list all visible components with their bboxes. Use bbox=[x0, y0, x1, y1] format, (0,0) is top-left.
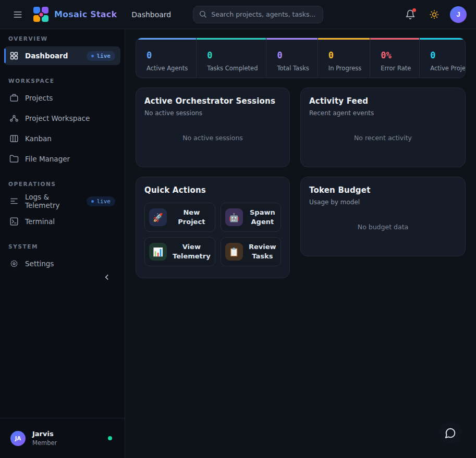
stat-value: 0 bbox=[430, 51, 466, 60]
stat-label: Active Agents bbox=[147, 65, 188, 72]
search-input[interactable] bbox=[193, 6, 323, 23]
sidebar-item-logs-telemetry[interactable]: Logs & Telemetry live bbox=[4, 192, 120, 211]
action-label: New Project bbox=[173, 208, 211, 226]
empty-state-text: No active sessions bbox=[144, 117, 281, 158]
activity-feed-card: Activity Feed Recent agent events No rec… bbox=[300, 88, 466, 167]
stat-accent-strip bbox=[370, 38, 419, 40]
stat-tasks-completed: 0 Tasks Completed bbox=[196, 38, 266, 78]
briefcase-icon bbox=[9, 93, 19, 103]
new-project-button[interactable]: 🚀 New Project bbox=[144, 203, 215, 232]
action-label: View Telemetry bbox=[173, 242, 211, 261]
stat-active-projects: 0 Active Projects bbox=[419, 38, 466, 78]
card-title: Quick Actions bbox=[144, 185, 281, 195]
stat-total-tasks: 0 Total Tasks bbox=[266, 38, 317, 78]
sidebar-item-label: Dashboard bbox=[25, 52, 68, 60]
chat-bubble-icon bbox=[445, 427, 456, 439]
stats-row: 0 Active Agents 0 Tasks Completed 0 Tota… bbox=[136, 38, 466, 78]
user-profile[interactable]: JA Jarvis Member bbox=[0, 418, 125, 458]
notification-badge bbox=[412, 8, 416, 12]
folder-icon bbox=[9, 154, 19, 164]
view-telemetry-button[interactable]: 📊 View Telemetry bbox=[144, 237, 215, 266]
stat-accent-strip bbox=[266, 38, 317, 40]
sidebar-item-file-manager[interactable]: File Manager bbox=[4, 150, 120, 168]
user-avatar: JA bbox=[10, 431, 26, 446]
live-badge: live bbox=[87, 51, 116, 61]
sidebar-item-label: Projects bbox=[25, 94, 53, 102]
rocket-icon: 🚀 bbox=[149, 208, 167, 226]
token-budget-card: Token Budget Usage by model No budget da… bbox=[300, 177, 466, 256]
sidebar-item-settings[interactable]: Settings bbox=[4, 254, 120, 273]
online-status-dot bbox=[108, 436, 112, 440]
theme-toggle-button[interactable] bbox=[426, 6, 443, 23]
live-badge: live bbox=[87, 196, 116, 206]
card-title: Token Budget bbox=[309, 185, 457, 195]
sidebar-item-label: Project Workspace bbox=[25, 114, 90, 122]
global-search bbox=[193, 6, 323, 23]
sidebar-item-label: Settings bbox=[25, 259, 54, 268]
header-actions: J bbox=[402, 6, 467, 23]
stat-label: Total Tasks bbox=[277, 65, 309, 72]
sidebar-item-project-workspace[interactable]: Project Workspace bbox=[4, 109, 120, 128]
spawn-agent-button[interactable]: 🤖 Spawn Agent bbox=[221, 203, 281, 232]
sidebar-item-kanban[interactable]: Kanban bbox=[4, 129, 120, 148]
sidebar-item-label: Kanban bbox=[25, 134, 52, 143]
stat-value: 0 bbox=[147, 51, 188, 60]
sidebar-collapse-button[interactable] bbox=[101, 271, 113, 283]
terminal-icon bbox=[9, 217, 19, 226]
sidebar-item-label: File Manager bbox=[25, 155, 70, 163]
stat-in-progress: 0 In Progress bbox=[318, 38, 370, 78]
logs-icon bbox=[9, 196, 19, 206]
action-label: Spawn Agent bbox=[249, 208, 276, 226]
page-title: Dashboard bbox=[131, 10, 171, 19]
user-name: Jarvis bbox=[32, 430, 57, 438]
stat-value: 0 bbox=[328, 51, 361, 60]
section-operations: Operations bbox=[8, 181, 116, 187]
quick-actions-card: Quick Actions 🚀 New Project 🤖 Spawn Agen… bbox=[136, 177, 290, 278]
stat-error-rate: 0% Error Rate bbox=[370, 38, 419, 78]
stat-active-agents: 0 Active Agents bbox=[136, 38, 196, 78]
section-workspace: Workspace bbox=[8, 78, 116, 84]
sessions-card: Active Orchestrator Sessions No active s… bbox=[136, 88, 290, 167]
stat-accent-strip bbox=[197, 38, 266, 40]
clipboard-icon: 📋 bbox=[225, 243, 243, 261]
mosaic-logo-icon bbox=[33, 7, 49, 22]
stat-label: Active Projects bbox=[430, 65, 466, 72]
hamburger-menu-button[interactable] bbox=[9, 6, 26, 23]
stat-value: 0 bbox=[277, 51, 309, 60]
grid-icon bbox=[9, 51, 19, 60]
sidebar-item-label: Terminal bbox=[25, 217, 55, 226]
brand-title: Mosaic Stack bbox=[54, 9, 117, 19]
sidebar-item-projects[interactable]: Projects bbox=[4, 89, 120, 107]
robot-icon: 🤖 bbox=[225, 208, 243, 226]
sun-icon bbox=[429, 9, 440, 20]
stat-label: Tasks Completed bbox=[207, 65, 258, 72]
sidebar-item-dashboard[interactable]: Dashboard live bbox=[4, 46, 120, 65]
stat-label: In Progress bbox=[328, 65, 361, 72]
main-content: 0 Active Agents 0 Tasks Completed 0 Tota… bbox=[125, 29, 476, 458]
user-role: Member bbox=[32, 439, 57, 447]
section-system: System bbox=[8, 243, 116, 250]
user-avatar-button[interactable]: J bbox=[450, 6, 467, 23]
review-tasks-button[interactable]: 📋 Review Tasks bbox=[221, 237, 281, 266]
notifications-button[interactable] bbox=[402, 6, 419, 23]
sidebar-item-label: Logs & Telemetry bbox=[25, 193, 80, 209]
stat-value: 0 bbox=[207, 51, 258, 60]
card-title: Activity Feed bbox=[309, 96, 457, 106]
bar-chart-icon: 📊 bbox=[149, 243, 167, 261]
card-subtitle: Recent agent events bbox=[309, 109, 457, 117]
network-icon bbox=[9, 114, 19, 123]
action-label: Review Tasks bbox=[249, 242, 276, 261]
cards-row-2: Quick Actions 🚀 New Project 🤖 Spawn Agen… bbox=[136, 177, 466, 278]
stat-accent-strip bbox=[136, 38, 196, 40]
empty-state-text: No recent activity bbox=[309, 117, 457, 158]
stat-label: Error Rate bbox=[381, 65, 411, 72]
card-title: Active Orchestrator Sessions bbox=[144, 96, 281, 106]
chat-button[interactable] bbox=[439, 422, 462, 444]
sidebar-item-terminal[interactable]: Terminal bbox=[4, 212, 120, 231]
card-subtitle: Usage by model bbox=[309, 199, 457, 206]
stat-value: 0% bbox=[381, 51, 411, 60]
gear-icon bbox=[9, 259, 19, 268]
kanban-columns-icon bbox=[9, 134, 19, 143]
sidebar: Overview Dashboard live Workspace Projec… bbox=[0, 29, 125, 458]
app-window: Mosaic Stack Dashboard J Overview Dashbo… bbox=[0, 0, 476, 458]
